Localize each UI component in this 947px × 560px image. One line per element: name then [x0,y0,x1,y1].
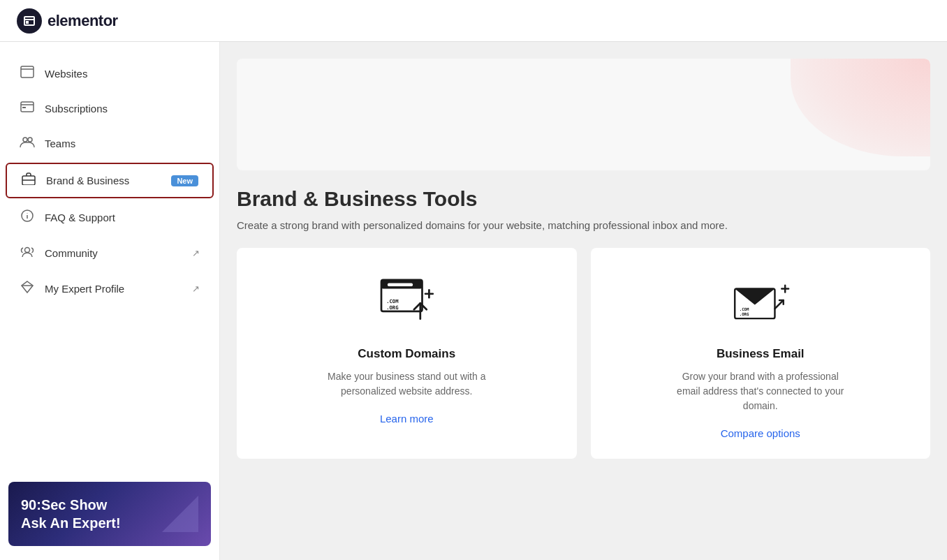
svg-text:.ORG: .ORG [739,312,749,316]
svg-rect-2 [26,21,29,24]
brand-desc: Create a strong brand with personalized … [237,218,930,234]
sidebar-label-expert-profile: My Expert Profile [45,283,182,295]
card-icon [20,101,35,116]
promo-banner[interactable]: 90:Sec Show Ask An Expert! [8,482,211,546]
sidebar-item-teams[interactable]: Teams [0,126,219,161]
promo-title-text: 90:Sec Show Ask An Expert! [21,497,121,531]
hero-banner [237,59,930,170]
sidebar: Websites Subscriptions [0,42,220,560]
briefcase-icon [21,172,36,189]
sidebar-item-community[interactable]: Community ↗ [0,235,219,271]
hero-decoration [791,59,930,156]
svg-text:.ORG: .ORG [386,304,398,311]
business-email-card: .COM .ORG Business Email Grow your brand… [591,248,931,459]
sidebar-item-expert-profile[interactable]: My Expert Profile ↗ [0,271,219,307]
sidebar-label-faq: FAQ & Support [45,212,200,223]
new-badge: New [171,175,198,186]
svg-marker-16 [22,281,33,293]
community-icon [20,245,35,261]
team-icon [20,135,35,152]
svg-point-8 [23,138,27,142]
sidebar-label-community: Community [45,247,182,259]
sidebar-label-subscriptions: Subscriptions [45,103,200,115]
sidebar-label-brand-business: Brand & Business [46,175,161,186]
browser-icon [20,66,35,82]
info-icon [20,209,35,226]
email-compare-link[interactable]: Compare options [721,427,800,439]
svg-rect-21 [388,283,413,286]
sidebar-label-teams: Teams [45,138,200,149]
layout: Websites Subscriptions [0,42,947,560]
sidebar-item-faq[interactable]: FAQ & Support [0,200,219,235]
svg-rect-7 [22,107,26,108]
svg-rect-3 [21,66,34,78]
logo-icon [17,8,42,34]
logo: elementor [17,8,118,34]
header: elementor [0,0,947,42]
svg-point-15 [25,248,30,253]
promo-inner: 90:Sec Show Ask An Expert! [21,496,198,532]
sidebar-item-subscriptions[interactable]: Subscriptions [0,91,219,126]
domain-icon-area: .COM .ORG [372,270,441,333]
svg-text:.COM: .COM [739,307,749,311]
brand-title: Brand & Business Tools [237,187,930,211]
email-icon-area: .COM .ORG [726,270,795,333]
brand-header: Brand & Business Tools Create a strong b… [237,187,930,234]
svg-text:.COM: .COM [386,298,399,304]
diamond-icon [20,281,35,297]
sidebar-item-brand-business[interactable]: Brand & Business New [6,163,214,198]
svg-point-14 [27,213,28,214]
tool-cards-row: .COM .ORG Custom Domains Make your busin… [237,248,930,459]
email-card-title: Business Email [717,347,805,361]
external-link-icon-expert: ↗ [192,283,200,294]
sidebar-label-websites: Websites [45,68,200,80]
main-content: Brand & Business Tools Create a strong b… [220,42,947,560]
custom-domains-card: .COM .ORG Custom Domains Make your busin… [237,248,577,459]
domains-card-desc: Make your business stand out with a pers… [316,369,497,399]
domains-card-title: Custom Domains [358,347,455,361]
promo-title: 90:Sec Show Ask An Expert! [21,496,198,532]
logo-text: elementor [47,12,118,30]
email-card-desc: Grow your brand with a professional emai… [670,369,851,413]
sidebar-item-websites[interactable]: Websites [0,56,219,91]
brand-business-section: Brand & Business Tools Create a strong b… [237,187,930,459]
domains-learn-more-link[interactable]: Learn more [380,413,434,425]
svg-point-9 [28,138,32,142]
external-link-icon-community: ↗ [192,248,200,258]
